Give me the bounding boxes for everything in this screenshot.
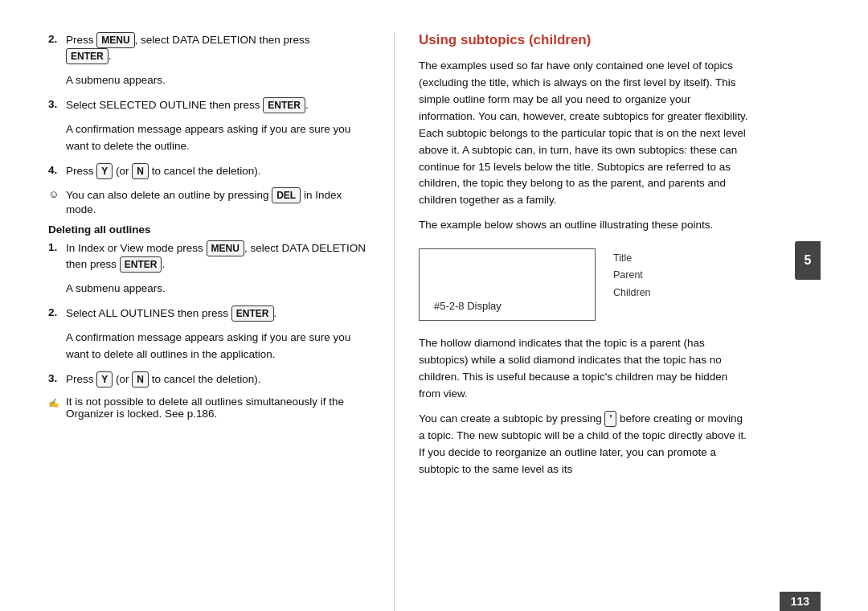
right-para-1: The examples used so far have only conta…	[419, 58, 748, 209]
confirm-text-2: A confirmation message appears asking if…	[66, 330, 370, 363]
step-1b-content: In Index or View mode press MENU, select…	[66, 240, 370, 273]
right-para-4: You can create a subtopic by pressing ' …	[419, 411, 748, 478]
step-1b: 1. In Index or View mode press MENU, sel…	[48, 240, 370, 273]
step4-press: Press	[66, 165, 96, 177]
step3-period: .	[305, 99, 309, 111]
step-num-2b: 2.	[48, 306, 66, 318]
step-3b-content: Press Y (or N to cancel the deletion).	[66, 371, 370, 388]
note-icon-2: ✍	[48, 396, 66, 408]
right-para-3: The hollow diamond indicates that the to…	[419, 335, 748, 403]
note-icon-1: ☺	[48, 188, 66, 200]
n-key-2: N	[132, 371, 149, 388]
step-2: 2. Press MENU, select DATA DELETION then…	[48, 32, 370, 64]
note-1-content: You can also delete an outline by pressi…	[66, 187, 370, 215]
menu-key: MENU	[96, 32, 134, 48]
section-title: Using subtopics (children)	[419, 32, 748, 48]
right-column: Using subtopics (children) The examples …	[395, 32, 821, 611]
submenu-text-2: A submenu appears.	[66, 281, 370, 297]
note-1: ☺ You can also delete an outline by pres…	[48, 187, 370, 215]
subtopic-key: '	[604, 411, 616, 427]
note1-text: You can also delete an outline by pressi…	[66, 189, 272, 201]
n-key-1: N	[132, 163, 149, 179]
legend-title: Title	[613, 250, 651, 267]
note-2-content: It is not possible to delete all outline…	[66, 396, 370, 420]
step-3-content: Select SELECTED OUTLINE then press ENTER…	[66, 97, 370, 113]
enter-key-3: ENTER	[120, 256, 162, 273]
diagram-box: #5-2-8 Display	[419, 248, 596, 321]
para4-start: You can create a subtopic by pressing	[419, 412, 604, 424]
step2b-text: Select ALL OUTLINES then press	[66, 307, 231, 319]
del-key: DEL	[272, 187, 301, 203]
step-2b-content: Select ALL OUTLINES then press ENTER.	[66, 306, 370, 322]
menu-key-2: MENU	[207, 240, 244, 256]
step-4: 4. Press Y (or N to cancel the deletion)…	[48, 163, 370, 179]
step-3: 3. Select SELECTED OUTLINE then press EN…	[48, 97, 370, 113]
step-2b: 2. Select ALL OUTLINES then press ENTER.	[48, 306, 370, 322]
step4-middle: (or	[113, 165, 132, 177]
step-num-2: 2.	[48, 33, 66, 45]
step2b-period: .	[274, 307, 277, 319]
submenu-text-1: A submenu appears.	[66, 72, 370, 89]
step3b-middle: (or	[113, 373, 132, 385]
page: 2. Press MENU, select DATA DELETION then…	[0, 0, 868, 611]
y-key-1: Y	[96, 163, 113, 179]
page-number: 113	[780, 592, 821, 611]
step-3b: 3. Press Y (or N to cancel the deletion)…	[48, 371, 370, 388]
right-para-2: The example below shows an outline illus…	[419, 217, 748, 234]
step-2-content: Press MENU, select DATA DELETION then pr…	[66, 32, 370, 64]
diagram-display-label: #5-2-8 Display	[434, 300, 502, 312]
step3b-end: to cancel the deletion).	[149, 373, 261, 385]
step-num-4: 4.	[48, 164, 66, 176]
enter-key-4: ENTER	[231, 306, 274, 322]
step1b-period: .	[162, 258, 165, 270]
step4-end: to cancel the deletion).	[149, 165, 261, 177]
step-num-3b: 3.	[48, 372, 66, 384]
step-num-3: 3.	[48, 98, 66, 110]
step-4-content: Press Y (or N to cancel the deletion).	[66, 163, 370, 179]
diagram-legend: Title Parent Children	[613, 248, 651, 301]
step-num-1b: 1.	[48, 241, 66, 253]
enter-key-1: ENTER	[66, 48, 108, 64]
legend-parent: Parent	[613, 267, 651, 284]
deleting-all-heading: Deleting all outlines	[48, 223, 370, 236]
step2-period: .	[108, 50, 112, 62]
step2-middle-text: , select DATA DELETION then press	[135, 34, 310, 46]
diagram-area: #5-2-8 Display Title Parent Children	[419, 248, 748, 321]
right-col-inner: Using subtopics (children) The examples …	[419, 32, 796, 478]
enter-key-2: ENTER	[263, 97, 305, 113]
legend-children: Children	[613, 285, 651, 301]
note2-text: It is not possible to delete all outline…	[66, 396, 344, 420]
confirm-text-1: A confirmation message appears asking if…	[66, 121, 370, 155]
y-key-2: Y	[96, 371, 113, 388]
chapter-tab: 5	[795, 241, 821, 280]
left-column: 2. Press MENU, select DATA DELETION then…	[0, 32, 394, 611]
step2-press-text: Press	[66, 34, 96, 46]
note-2: ✍ It is not possible to delete all outli…	[48, 396, 370, 420]
step3-text: Select SELECTED OUTLINE then press	[66, 99, 263, 111]
step1b-press: In Index or View mode press	[66, 242, 207, 254]
step3b-press: Press	[66, 373, 96, 385]
